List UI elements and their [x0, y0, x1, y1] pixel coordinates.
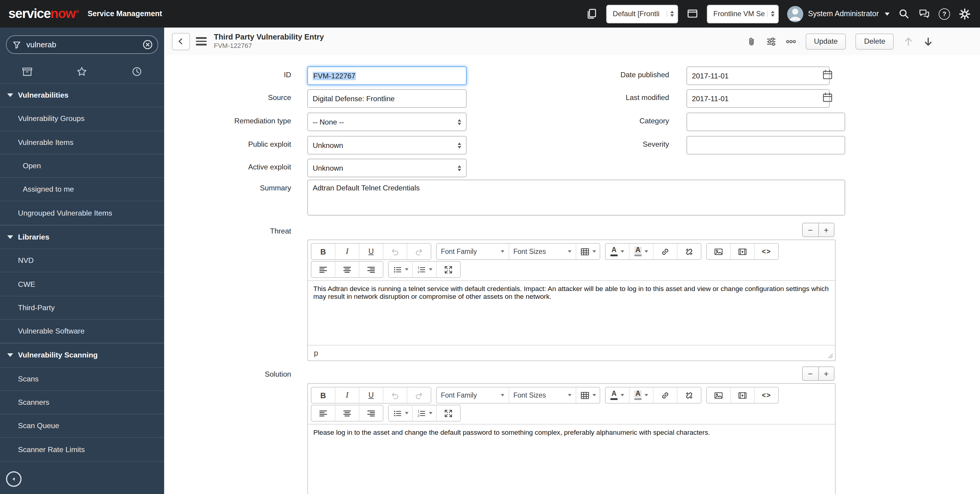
table-button[interactable]: [576, 244, 600, 259]
font-sizes-select[interactable]: Font Sizes: [509, 244, 576, 259]
underline-button[interactable]: U: [360, 388, 383, 403]
user-menu[interactable]: System Administrator: [787, 6, 889, 22]
font-family-select[interactable]: Font Family: [437, 244, 509, 259]
category-input[interactable]: [686, 113, 845, 131]
bold-button[interactable]: B: [312, 244, 336, 259]
redo-button[interactable]: [407, 388, 431, 403]
solution-grow-button[interactable]: +: [819, 367, 834, 381]
sidebar-item-cwe[interactable]: CWE: [0, 273, 164, 296]
global-search-icon[interactable]: [898, 8, 910, 20]
underline-button[interactable]: U: [360, 244, 383, 259]
source-code-button[interactable]: <>: [755, 244, 778, 259]
bullet-list-button[interactable]: [389, 405, 413, 421]
font-sizes-select[interactable]: Font Sizes: [509, 388, 576, 403]
solution-shrink-button[interactable]: −: [802, 367, 819, 381]
sidebar-item-vulnerability-groups[interactable]: Vulnerability Groups: [0, 108, 164, 131]
numbered-list-button[interactable]: 12: [413, 262, 437, 277]
threat-editor-content[interactable]: This Adtran device is running a telnet s…: [308, 281, 835, 345]
id-input[interactable]: FVM-122767: [307, 67, 467, 85]
clear-filter-icon[interactable]: [143, 40, 153, 50]
insert-link-button[interactable]: [654, 244, 678, 259]
insert-link-button[interactable]: [654, 388, 678, 403]
tab-all-applications[interactable]: [0, 59, 55, 83]
align-right-button[interactable]: [360, 405, 383, 421]
more-options-icon[interactable]: [786, 36, 796, 46]
fullscreen-button[interactable]: [437, 405, 460, 421]
form-context-menu-icon[interactable]: [196, 36, 207, 47]
align-left-button[interactable]: [312, 405, 336, 421]
numbered-list-button[interactable]: 12: [413, 405, 437, 421]
navigation-filter[interactable]: [6, 35, 158, 54]
sidebar-item-vulnerable-software[interactable]: Vulnerable Software: [0, 320, 164, 343]
threat-shrink-button[interactable]: −: [802, 223, 819, 237]
gear-icon[interactable]: [958, 8, 970, 20]
resize-grip-icon[interactable]: [828, 353, 833, 359]
sidebar-item-third-party[interactable]: Third-Party: [0, 296, 164, 320]
redo-button[interactable]: [407, 244, 431, 259]
threat-grow-button[interactable]: +: [819, 223, 834, 237]
chat-icon[interactable]: [918, 8, 930, 20]
sidebar-item-scans[interactable]: Scans: [0, 367, 164, 391]
last-modified-input[interactable]: 2017-11-01: [686, 89, 830, 108]
update-set-picker[interactable]: Default [Frontli: [606, 5, 678, 23]
update-set-icon[interactable]: [586, 8, 598, 20]
sidebar-section-vulnerability-scanning[interactable]: Vulnerability Scanning: [0, 343, 164, 368]
sidebar-section-vulnerabilities[interactable]: Vulnerabilities: [0, 83, 164, 108]
help-icon[interactable]: ?: [939, 8, 950, 19]
sidebar-item-nvd[interactable]: NVD: [0, 249, 164, 273]
insert-image-button[interactable]: [707, 388, 731, 403]
sidebar-item-scanner-rate-limits[interactable]: Scanner Rate Limits: [0, 438, 164, 462]
italic-button[interactable]: I: [336, 388, 360, 403]
insert-image-button[interactable]: [707, 244, 731, 259]
application-picker-icon[interactable]: [686, 8, 698, 20]
attachments-icon[interactable]: [746, 36, 757, 46]
text-color-button[interactable]: A: [606, 388, 630, 403]
undo-button[interactable]: [383, 388, 407, 403]
fullscreen-button[interactable]: [437, 262, 460, 277]
sidebar-item-scanners[interactable]: Scanners: [0, 391, 164, 415]
sidebar-section-libraries[interactable]: Libraries: [0, 225, 164, 249]
italic-button[interactable]: I: [336, 244, 360, 259]
background-color-button[interactable]: A: [630, 244, 654, 259]
tab-history[interactable]: [109, 59, 164, 83]
remove-link-button[interactable]: [678, 388, 701, 403]
update-button[interactable]: Update: [806, 33, 846, 49]
background-color-button[interactable]: A: [630, 388, 654, 403]
date-published-calendar-icon[interactable]: [822, 70, 834, 81]
back-button[interactable]: [172, 33, 190, 50]
sidebar-item-ungrouped-vulnerable-items[interactable]: Ungrouped Vulnerable Items: [0, 202, 164, 225]
application-picker[interactable]: Frontline VM Se: [707, 5, 779, 23]
source-code-button[interactable]: <>: [755, 388, 778, 403]
personalize-form-icon[interactable]: [766, 36, 776, 46]
text-color-button[interactable]: A: [606, 244, 630, 259]
sidebar-item-assigned-to-me[interactable]: Assigned to me: [0, 178, 164, 202]
collapse-navigator-button[interactable]: [6, 471, 22, 487]
sidebar-item-open[interactable]: Open: [0, 154, 164, 178]
severity-input[interactable]: [686, 136, 845, 154]
remove-link-button[interactable]: [678, 244, 701, 259]
public-exploit-select[interactable]: Unknown: [307, 136, 467, 154]
align-center-button[interactable]: [336, 262, 360, 277]
font-family-select[interactable]: Font Family: [437, 388, 509, 403]
align-right-button[interactable]: [360, 262, 383, 277]
undo-button[interactable]: [383, 244, 407, 259]
sidebar-item-vulnerable-items[interactable]: Vulnerable Items: [0, 131, 164, 154]
tab-favorites[interactable]: [55, 59, 110, 83]
align-left-button[interactable]: [312, 262, 336, 277]
previous-record-icon[interactable]: [903, 36, 913, 46]
remediation-type-select[interactable]: -- None --: [307, 113, 467, 131]
delete-button[interactable]: Delete: [856, 33, 894, 49]
active-exploit-select[interactable]: Unknown: [307, 159, 467, 177]
date-published-input[interactable]: 2017-11-01: [686, 67, 830, 85]
insert-media-button[interactable]: [731, 388, 755, 403]
last-modified-calendar-icon[interactable]: [822, 92, 834, 104]
source-input[interactable]: Digital Defense: Frontline: [307, 89, 467, 108]
summary-textarea[interactable]: Adtran Default Telnet Credentials: [307, 179, 845, 216]
bullet-list-button[interactable]: [389, 262, 413, 277]
filter-input[interactable]: [25, 40, 138, 50]
solution-editor-content[interactable]: Please log in to the asset and change th…: [308, 424, 835, 494]
table-button[interactable]: [576, 388, 600, 403]
element-path[interactable]: p: [314, 349, 318, 357]
align-center-button[interactable]: [336, 405, 360, 421]
sidebar-item-scan-queue[interactable]: Scan Queue: [0, 415, 164, 438]
